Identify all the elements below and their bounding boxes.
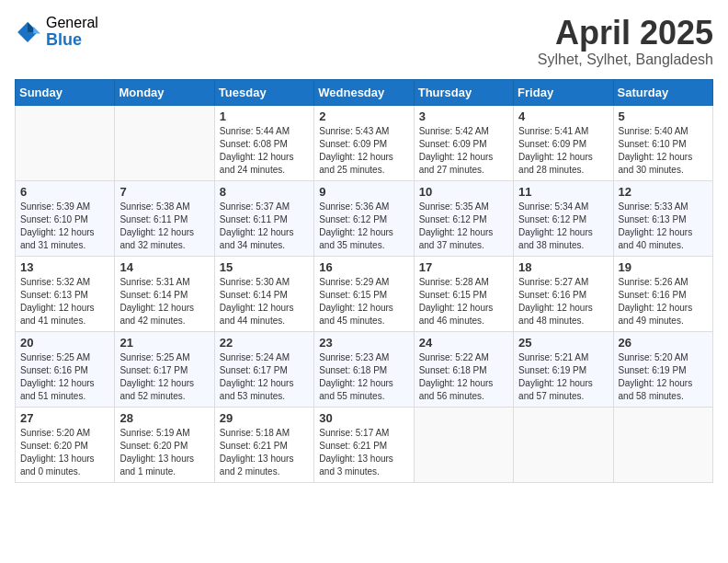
day-info: Sunrise: 5:36 AM Sunset: 6:12 PM Dayligh… — [319, 201, 408, 252]
day-number: 22 — [220, 336, 309, 350]
day-info: Sunrise: 5:25 AM Sunset: 6:17 PM Dayligh… — [119, 351, 209, 403]
calendar-cell: 26Sunrise: 5:20 AM Sunset: 6:19 PM Dayli… — [613, 331, 712, 407]
day-number: 2 — [319, 109, 408, 123]
weekday-header: Thursday — [414, 79, 513, 105]
calendar-cell: 27Sunrise: 5:20 AM Sunset: 6:20 PM Dayli… — [16, 407, 115, 482]
calendar-cell: 20Sunrise: 5:25 AM Sunset: 6:16 PM Dayli… — [16, 331, 115, 407]
calendar-cell — [414, 407, 513, 482]
day-info: Sunrise: 5:20 AM Sunset: 6:19 PM Dayligh… — [619, 351, 708, 403]
day-info: Sunrise: 5:24 AM Sunset: 6:17 PM Dayligh… — [220, 351, 309, 403]
calendar-cell: 28Sunrise: 5:19 AM Sunset: 6:20 PM Dayli… — [115, 407, 214, 482]
day-info: Sunrise: 5:39 AM Sunset: 6:10 PM Dayligh… — [20, 201, 109, 252]
day-info: Sunrise: 5:22 AM Sunset: 6:18 PM Dayligh… — [419, 351, 508, 403]
calendar-cell: 24Sunrise: 5:22 AM Sunset: 6:18 PM Dayli… — [414, 331, 513, 407]
calendar-cell: 15Sunrise: 5:30 AM Sunset: 6:14 PM Dayli… — [214, 256, 313, 331]
calendar-cell: 12Sunrise: 5:33 AM Sunset: 6:13 PM Dayli… — [613, 180, 712, 256]
day-info: Sunrise: 5:20 AM Sunset: 6:20 PM Dayligh… — [20, 427, 109, 478]
logo-text: General Blue — [46, 15, 98, 49]
calendar-cell: 17Sunrise: 5:28 AM Sunset: 6:15 PM Dayli… — [414, 256, 513, 331]
calendar-cell: 30Sunrise: 5:17 AM Sunset: 6:21 PM Dayli… — [314, 407, 414, 482]
day-number: 27 — [20, 411, 109, 425]
month-title: April 2025 — [538, 15, 713, 52]
calendar-table: SundayMondayTuesdayWednesdayThursdayFrid… — [15, 79, 713, 483]
day-number: 11 — [518, 185, 608, 199]
title-block: April 2025 Sylhet, Sylhet, Bangladesh — [538, 15, 713, 68]
day-info: Sunrise: 5:42 AM Sunset: 6:09 PM Dayligh… — [419, 125, 508, 177]
day-info: Sunrise: 5:28 AM Sunset: 6:15 PM Dayligh… — [419, 276, 508, 327]
calendar-cell: 21Sunrise: 5:25 AM Sunset: 6:17 PM Dayli… — [115, 331, 214, 407]
weekday-header: Friday — [514, 79, 613, 105]
calendar-cell: 3Sunrise: 5:42 AM Sunset: 6:09 PM Daylig… — [414, 105, 513, 180]
day-number: 16 — [319, 260, 408, 274]
day-number: 25 — [518, 336, 608, 350]
day-number: 13 — [20, 260, 109, 274]
day-number: 5 — [619, 109, 708, 123]
calendar-cell: 16Sunrise: 5:29 AM Sunset: 6:15 PM Dayli… — [314, 256, 414, 331]
calendar-cell: 5Sunrise: 5:40 AM Sunset: 6:10 PM Daylig… — [613, 105, 712, 180]
calendar-cell: 23Sunrise: 5:23 AM Sunset: 6:18 PM Dayli… — [314, 331, 414, 407]
logo: General Blue — [15, 15, 98, 49]
day-number: 24 — [419, 336, 508, 350]
calendar-cell — [16, 105, 115, 180]
day-number: 14 — [119, 260, 209, 274]
day-info: Sunrise: 5:41 AM Sunset: 6:09 PM Dayligh… — [518, 125, 608, 177]
day-info: Sunrise: 5:43 AM Sunset: 6:09 PM Dayligh… — [319, 125, 408, 177]
calendar-cell: 8Sunrise: 5:37 AM Sunset: 6:11 PM Daylig… — [214, 180, 313, 256]
day-number: 8 — [220, 185, 309, 199]
day-info: Sunrise: 5:35 AM Sunset: 6:12 PM Dayligh… — [419, 201, 508, 252]
day-number: 21 — [119, 336, 209, 350]
day-number: 10 — [419, 185, 508, 199]
day-info: Sunrise: 5:19 AM Sunset: 6:20 PM Dayligh… — [119, 427, 209, 478]
calendar-week-row: 20Sunrise: 5:25 AM Sunset: 6:16 PM Dayli… — [16, 331, 713, 407]
day-number: 7 — [119, 185, 209, 199]
day-info: Sunrise: 5:25 AM Sunset: 6:16 PM Dayligh… — [20, 351, 109, 403]
day-info: Sunrise: 5:26 AM Sunset: 6:16 PM Dayligh… — [619, 276, 708, 327]
calendar-week-row: 1Sunrise: 5:44 AM Sunset: 6:08 PM Daylig… — [16, 105, 713, 180]
day-info: Sunrise: 5:40 AM Sunset: 6:10 PM Dayligh… — [619, 125, 708, 177]
weekday-header: Monday — [115, 79, 214, 105]
calendar-cell: 4Sunrise: 5:41 AM Sunset: 6:09 PM Daylig… — [514, 105, 613, 180]
day-number: 19 — [619, 260, 708, 274]
day-number: 15 — [220, 260, 309, 274]
calendar-cell: 14Sunrise: 5:31 AM Sunset: 6:14 PM Dayli… — [115, 256, 214, 331]
calendar-cell: 13Sunrise: 5:32 AM Sunset: 6:13 PM Dayli… — [16, 256, 115, 331]
weekday-header: Tuesday — [214, 79, 313, 105]
day-info: Sunrise: 5:29 AM Sunset: 6:15 PM Dayligh… — [319, 276, 408, 327]
day-number: 20 — [20, 336, 109, 350]
calendar-cell: 18Sunrise: 5:27 AM Sunset: 6:16 PM Dayli… — [514, 256, 613, 331]
day-info: Sunrise: 5:30 AM Sunset: 6:14 PM Dayligh… — [220, 276, 309, 327]
day-number: 4 — [518, 109, 608, 123]
svg-marker-2 — [33, 26, 40, 33]
calendar-cell: 25Sunrise: 5:21 AM Sunset: 6:19 PM Dayli… — [514, 331, 613, 407]
calendar-cell: 19Sunrise: 5:26 AM Sunset: 6:16 PM Dayli… — [613, 256, 712, 331]
day-info: Sunrise: 5:21 AM Sunset: 6:19 PM Dayligh… — [518, 351, 608, 403]
day-number: 17 — [419, 260, 508, 274]
day-number: 26 — [619, 336, 708, 350]
day-number: 23 — [319, 336, 408, 350]
calendar-cell: 1Sunrise: 5:44 AM Sunset: 6:08 PM Daylig… — [214, 105, 313, 180]
day-info: Sunrise: 5:23 AM Sunset: 6:18 PM Dayligh… — [319, 351, 408, 403]
calendar-week-row: 13Sunrise: 5:32 AM Sunset: 6:13 PM Dayli… — [16, 256, 713, 331]
day-number: 9 — [319, 185, 408, 199]
day-number: 1 — [220, 109, 309, 123]
day-info: Sunrise: 5:18 AM Sunset: 6:21 PM Dayligh… — [220, 427, 309, 478]
calendar-cell — [613, 407, 712, 482]
calendar-cell: 7Sunrise: 5:38 AM Sunset: 6:11 PM Daylig… — [115, 180, 214, 256]
calendar-cell: 6Sunrise: 5:39 AM Sunset: 6:10 PM Daylig… — [16, 180, 115, 256]
weekday-header: Saturday — [613, 79, 712, 105]
day-info: Sunrise: 5:37 AM Sunset: 6:11 PM Dayligh… — [220, 201, 309, 252]
day-number: 29 — [220, 411, 309, 425]
day-number: 3 — [419, 109, 508, 123]
day-info: Sunrise: 5:17 AM Sunset: 6:21 PM Dayligh… — [319, 427, 408, 478]
calendar-cell: 2Sunrise: 5:43 AM Sunset: 6:09 PM Daylig… — [314, 105, 414, 180]
day-info: Sunrise: 5:32 AM Sunset: 6:13 PM Dayligh… — [20, 276, 109, 327]
calendar-week-row: 6Sunrise: 5:39 AM Sunset: 6:10 PM Daylig… — [16, 180, 713, 256]
calendar-cell: 10Sunrise: 5:35 AM Sunset: 6:12 PM Dayli… — [414, 180, 513, 256]
calendar-cell — [514, 407, 613, 482]
day-info: Sunrise: 5:38 AM Sunset: 6:11 PM Dayligh… — [119, 201, 209, 252]
location-title: Sylhet, Sylhet, Bangladesh — [538, 52, 713, 68]
logo-icon — [15, 19, 40, 45]
page-header: General Blue April 2025 Sylhet, Sylhet, … — [15, 15, 713, 68]
weekday-header-row: SundayMondayTuesdayWednesdayThursdayFrid… — [16, 79, 713, 105]
calendar-cell: 9Sunrise: 5:36 AM Sunset: 6:12 PM Daylig… — [314, 180, 414, 256]
